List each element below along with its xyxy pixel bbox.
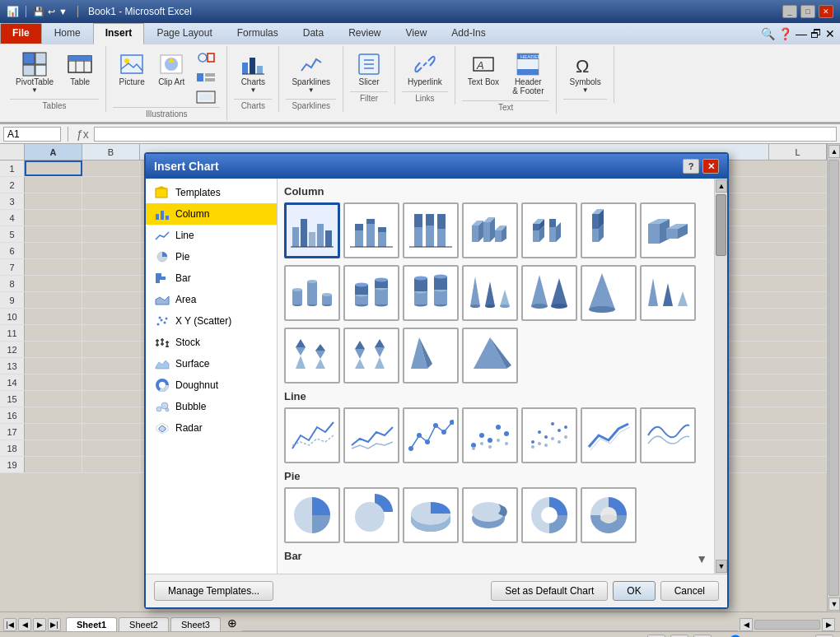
svg-point-203 [551,437,554,440]
svg-marker-165 [315,359,325,369]
svg-marker-160 [663,283,673,306]
sidebar-item-surface[interactable]: Surface [146,353,277,374]
sidebar-item-bubble[interactable]: Bubble [146,396,277,417]
svg-point-199 [564,425,567,429]
chart-pyramid-clustered[interactable] [640,265,696,321]
chart-pie-exploded[interactable] [343,487,399,543]
chart-pyr-100pct[interactable] [343,328,399,384]
column-label: Column [175,208,209,220]
svg-point-195 [538,430,541,434]
svg-rect-78 [366,224,375,247]
sidebar-item-column[interactable]: Column [146,203,277,225]
manage-templates-button[interactable]: Manage Templates... [154,581,273,601]
chart-line-stacked[interactable] [343,407,399,463]
chart-100pct-stacked-column[interactable] [403,202,459,258]
svg-marker-155 [551,278,567,306]
chart-cyl-stacked[interactable] [343,265,399,321]
chart-stacked-column[interactable] [343,202,399,258]
sidebar-item-doughnut[interactable]: Doughnut [146,374,277,396]
svg-point-156 [551,304,567,309]
cancel-button[interactable]: Cancel [660,581,719,601]
set-default-chart-button[interactable]: Set as Default Chart [491,581,608,601]
area-chart-icon [154,293,170,306]
svg-rect-41 [156,214,159,220]
chart-cone-stacked[interactable] [521,265,577,321]
svg-point-200 [531,445,534,449]
dialog-scroll-down[interactable]: ▼ [716,560,727,573]
svg-point-136 [375,278,388,282]
chart-line-dots2[interactable] [521,407,577,463]
svg-point-181 [433,423,438,428]
chart-pie-donut-3d[interactable] [581,487,637,543]
chart-cyl-clustered[interactable] [284,265,340,321]
line-chart-grid [284,407,707,463]
chart-cone-3d[interactable] [581,265,637,321]
sidebar-item-area[interactable]: Area [146,289,277,310]
svg-point-194 [531,440,534,444]
chart-3d-stacked-column[interactable] [521,202,577,258]
svg-marker-149 [485,281,495,306]
svg-point-188 [504,431,509,436]
line-label: Line [175,230,194,241]
svg-marker-100 [533,224,539,230]
svg-point-126 [322,293,332,296]
svg-rect-86 [426,214,434,226]
svg-rect-74 [325,230,332,247]
sidebar-item-line[interactable]: Line [146,225,277,246]
svg-point-185 [479,433,484,438]
svg-marker-153 [531,275,548,306]
sidebar-item-scatter[interactable]: X Y (Scatter) [146,310,277,332]
dialog-help-button[interactable]: ? [683,159,699,174]
chart-pyr-cone2[interactable] [462,328,518,384]
svg-marker-168 [355,359,365,369]
chart-3d-100pct-stacked[interactable] [581,202,637,258]
svg-point-120 [292,288,302,291]
chart-line-markers[interactable] [403,407,459,463]
chart-clustered-column[interactable] [284,202,340,258]
svg-point-52 [159,317,161,319]
dialog-footer-right: Set as Default Chart OK Cancel [491,581,719,601]
ok-button[interactable]: OK [613,581,655,601]
sidebar-item-radar[interactable]: Radar [146,417,277,439]
svg-marker-163 [296,347,306,356]
svg-point-196 [544,435,548,439]
chart-cyl-100pct[interactable] [403,265,459,321]
svg-point-150 [485,305,495,308]
svg-point-131 [355,283,368,287]
doughnut-label: Doughnut [175,379,218,391]
chart-pie-donut-2d[interactable] [521,487,577,543]
sidebar-item-stock[interactable]: Stock [146,332,277,353]
templates-label: Templates [175,187,221,198]
chart-pie-2d[interactable] [284,487,340,543]
chart-line-wave[interactable] [640,407,696,463]
chart-line-3d[interactable] [581,407,637,463]
dialog-scroll-thumb[interactable] [716,194,726,256]
chart-pie-3d[interactable] [403,487,459,543]
chart-line-dots[interactable] [462,407,518,463]
chart-line-plain[interactable] [284,407,340,463]
svg-marker-107 [592,229,599,242]
svg-rect-83 [414,227,422,247]
svg-marker-171 [375,357,385,369]
chart-pyr-stacked[interactable] [284,328,340,384]
chart-3d-clustered-column[interactable] [462,202,518,258]
chart-pyr-3d[interactable] [403,328,459,384]
chart-cone-clustered[interactable] [462,265,518,321]
dialog-footer-left: Manage Templates... [154,581,273,601]
sidebar-item-bar[interactable]: Bar [146,267,277,289]
chart-3d-column[interactable] [640,202,696,258]
sidebar-item-pie[interactable]: Pie [146,246,277,267]
dialog-scroll-up[interactable]: ▲ [716,179,727,193]
bubble-chart-icon [154,400,170,413]
scroll-down-indicator: ▼ [696,552,707,565]
svg-marker-167 [315,344,325,351]
surface-label: Surface [175,358,209,370]
chart-pie-exploded-3d[interactable] [462,487,518,543]
dialog-sidebar: Templates Column Line [146,179,278,574]
dialog-close-button[interactable]: ✕ [702,159,719,174]
dialog-scrollbar[interactable]: ▲ ▼ [714,179,727,574]
sidebar-item-templates[interactable]: Templates [146,182,277,203]
bar-chart-icon [154,272,170,285]
stock-chart-icon [154,336,170,349]
insert-chart-dialog: Insert Chart ? ✕ Templates [144,152,729,609]
